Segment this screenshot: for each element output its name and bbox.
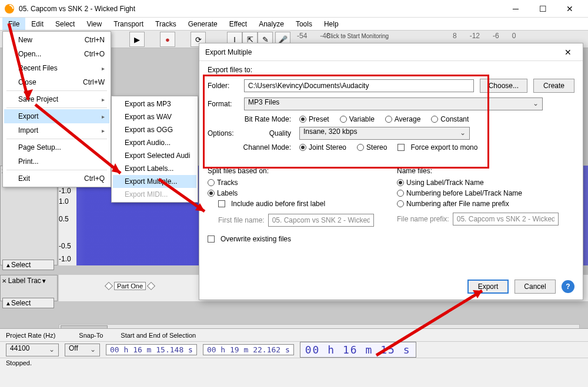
create-button[interactable]: Create: [533, 79, 574, 93]
monitor-hint[interactable]: Click to Start Monitoring: [326, 33, 389, 39]
menubar: File Edit Select View Transport Tracks G…: [0, 18, 588, 31]
channel-stereo[interactable]: Stereo: [357, 143, 387, 152]
bitrate-label: Bit Rate Mode:: [238, 115, 291, 123]
file-close[interactable]: CloseCtrl+W: [4, 75, 109, 89]
export-wav[interactable]: Export as WAV: [113, 110, 196, 123]
file-open[interactable]: Open...Ctrl+O: [4, 47, 109, 61]
export-submenu: Export as MP3 Export as WAV Export as OG…: [111, 96, 198, 203]
menu-separator: [6, 90, 107, 91]
menu-separator: [6, 107, 107, 108]
file-print[interactable]: Print...: [4, 154, 109, 169]
split-label: Split files based on:: [208, 167, 385, 175]
bitrate-preset[interactable]: Preset: [299, 115, 329, 123]
export-selected[interactable]: Export Selected Audi: [113, 149, 196, 162]
channel-joint[interactable]: Joint Stereo: [299, 143, 346, 152]
help-icon[interactable]: ?: [562, 280, 574, 293]
file-import[interactable]: Import▸: [4, 123, 109, 137]
titlebar: 05. Capcom vs SNK 2 - Wicked Fight ─ ☐ ✕: [0, 0, 588, 18]
force-mono-checkbox[interactable]: Force export to mono: [397, 143, 477, 152]
menu-tracks[interactable]: Tracks: [149, 18, 182, 30]
menu-separator: [6, 170, 107, 170]
snap-to-label: Snap-To: [79, 332, 103, 339]
label-select-button[interactable]: ▲ Select: [2, 298, 54, 308]
bottom-panel: Project Rate (Hz) Snap-To Start and End …: [0, 328, 588, 387]
selection-end[interactable]: 00 h 19 m 22.162 s: [203, 344, 294, 355]
record-button[interactable]: ●: [160, 32, 175, 47]
first-file-label: First file name:: [218, 216, 265, 224]
cancel-button[interactable]: Cancel: [514, 280, 556, 294]
format-select[interactable]: MP3 Files: [244, 97, 543, 110]
menu-effect[interactable]: Effect: [223, 18, 253, 30]
bitrate-constant[interactable]: Constant: [431, 115, 469, 123]
export-multiple[interactable]: Export Multiple...: [113, 175, 196, 188]
export-to-label: Export files to:: [208, 66, 574, 74]
prefix-label: File name prefix:: [397, 215, 449, 223]
file-menu-dropdown: NewCtrl+N Open...Ctrl+O Recent Files▸ Cl…: [2, 31, 111, 187]
menu-analyze[interactable]: Analyze: [253, 18, 290, 30]
quality-select[interactable]: Insane, 320 kbps: [299, 127, 470, 140]
prefix-input: [453, 213, 559, 226]
app-icon: [5, 4, 14, 14]
label-marker[interactable]: Part One: [106, 282, 154, 290]
name-numbering-before[interactable]: Numbering before Label/Track Name: [397, 189, 567, 197]
bitrate-variable[interactable]: Variable: [340, 115, 375, 123]
folder-label: Folder:: [208, 82, 238, 90]
name-label-track[interactable]: Using Label/Track Name: [397, 179, 567, 187]
maximize-button[interactable]: ☐: [529, 0, 556, 18]
meter-ticks-right: 8-12-60: [453, 32, 516, 40]
close-button[interactable]: ✕: [556, 0, 583, 18]
choose-button[interactable]: Choose...: [480, 79, 527, 93]
project-rate-select[interactable]: 44100: [6, 344, 59, 356]
quality-label: Quality: [238, 129, 291, 137]
file-save-project[interactable]: Save Project▸: [4, 92, 109, 106]
export-labels[interactable]: Export Labels...: [113, 162, 196, 175]
label-flag-icon: [147, 282, 155, 290]
export-mp3[interactable]: Export as MP3: [113, 97, 196, 110]
export-audio[interactable]: Export Audio...: [113, 136, 196, 149]
window-title: 05. Capcom vs SNK 2 - Wicked Fight: [19, 5, 502, 13]
file-export[interactable]: Export▸: [4, 109, 109, 123]
selection-label: Start and End of Selection: [121, 332, 196, 339]
menu-file[interactable]: File: [2, 18, 25, 30]
menu-generate[interactable]: Generate: [182, 18, 223, 30]
file-new[interactable]: NewCtrl+N: [4, 33, 109, 47]
menu-tools[interactable]: Tools: [290, 18, 318, 30]
name-numbering-after[interactable]: Numbering after File name prefix: [397, 200, 567, 208]
format-label: Format:: [208, 100, 238, 108]
selection-start[interactable]: 00 h 16 m 15.148 s: [106, 344, 197, 355]
split-labels[interactable]: Labels: [208, 189, 378, 197]
label-flag-icon: [105, 282, 113, 290]
file-recent[interactable]: Recent Files▸: [4, 61, 109, 75]
dialog-close-button[interactable]: ✕: [559, 43, 577, 61]
folder-input[interactable]: [244, 79, 474, 92]
overwrite-checkbox[interactable]: Overwrite existing files: [208, 235, 291, 243]
split-tracks[interactable]: Tracks: [208, 179, 378, 187]
menu-view[interactable]: View: [81, 18, 108, 30]
export-ogg[interactable]: Export as OGG: [113, 123, 196, 136]
track-select-button[interactable]: ▲ Select: [2, 260, 54, 270]
label-text[interactable]: Part One: [114, 282, 146, 290]
file-page-setup[interactable]: Page Setup...: [4, 140, 109, 154]
channel-label: Channel Mode:: [238, 143, 291, 152]
menu-select[interactable]: Select: [49, 18, 81, 30]
include-before-checkbox[interactable]: Include audio before first label: [218, 200, 325, 208]
minimize-button[interactable]: ─: [502, 0, 529, 18]
menu-transport[interactable]: Transport: [108, 18, 149, 30]
menu-help[interactable]: Help: [318, 18, 345, 30]
time-display: 00 h 16 m 15 s: [300, 342, 416, 358]
export-button[interactable]: Export: [467, 280, 509, 294]
play-button[interactable]: ▶: [129, 32, 145, 47]
status-bar: Stopped.: [0, 358, 588, 371]
dialog-titlebar: Export Multiple ✕: [199, 43, 583, 61]
options-label: Options:: [208, 115, 238, 137]
menu-separator: [6, 139, 107, 139]
file-exit[interactable]: ExitCtrl+Q: [4, 171, 109, 186]
snap-to-select[interactable]: Off: [65, 344, 100, 356]
export-multiple-dialog: Export Multiple ✕ Export files to: Folde…: [199, 43, 583, 300]
bitrate-average[interactable]: Average: [385, 115, 420, 123]
export-midi[interactable]: Export MIDI...: [113, 188, 196, 201]
name-files-label: Name files:: [397, 167, 574, 175]
dialog-title: Export Multiple: [205, 48, 559, 56]
menu-edit[interactable]: Edit: [25, 18, 49, 30]
project-rate-label: Project Rate (Hz): [6, 332, 55, 339]
